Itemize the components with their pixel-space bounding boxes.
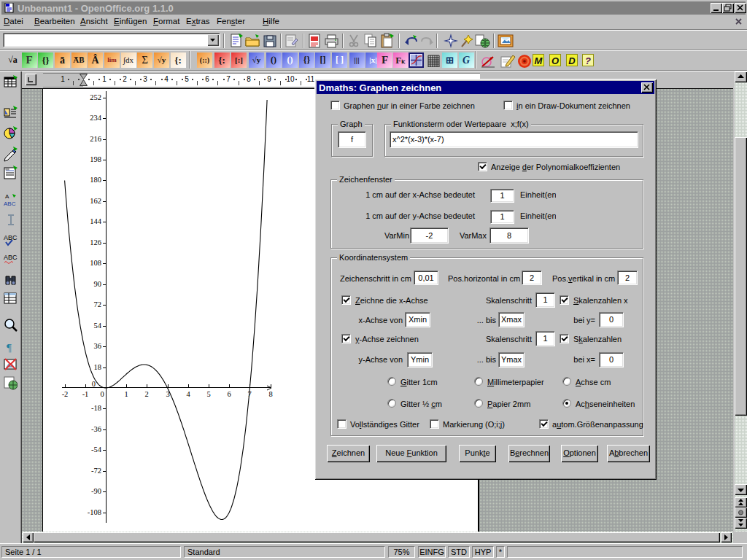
svg-text:A: A xyxy=(5,193,9,200)
svg-text:¶: ¶ xyxy=(7,342,12,354)
svg-text:ABC: ABC xyxy=(4,254,18,261)
svg-text:ABC: ABC xyxy=(4,234,18,241)
svg-text:ABC: ABC xyxy=(4,201,16,207)
